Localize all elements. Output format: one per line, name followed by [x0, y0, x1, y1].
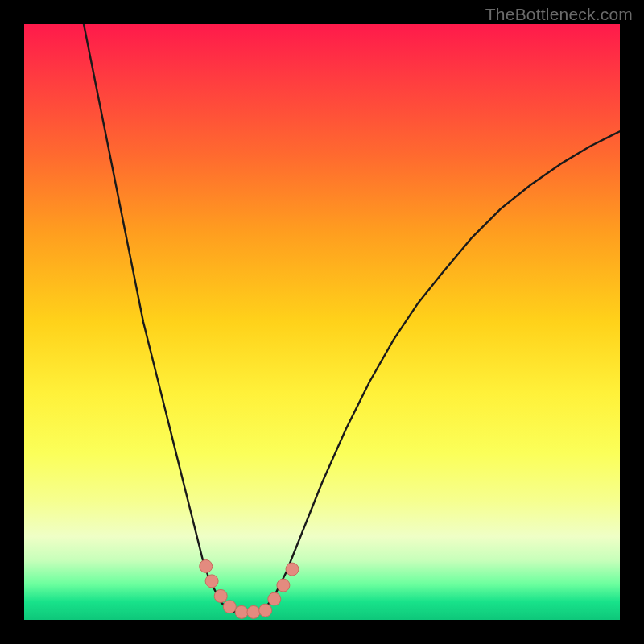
data-point: [223, 601, 236, 613]
data-point: [286, 563, 299, 576]
data-point: [247, 605, 260, 618]
chart-svg: [24, 24, 620, 620]
bottleneck-curve: [84, 24, 620, 613]
data-point: [277, 579, 290, 592]
watermark-text: TheBottleneck.com: [485, 5, 633, 24]
data-point: [205, 575, 218, 588]
data-point: [259, 604, 272, 617]
data-point: [235, 605, 248, 618]
chart-frame: TheBottleneck.com: [0, 0, 644, 644]
data-point: [214, 589, 227, 602]
plot-area: [24, 24, 620, 620]
data-point: [268, 592, 281, 605]
data-point: [200, 559, 213, 572]
